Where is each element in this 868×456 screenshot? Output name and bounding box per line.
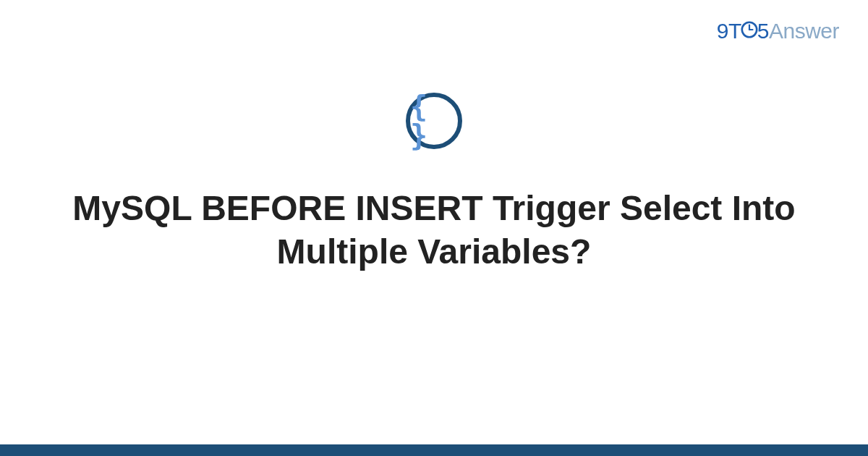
logo-part-9: 9 xyxy=(717,19,728,43)
logo-part-5: 5 xyxy=(757,19,769,43)
hero-block: { } MySQL BEFORE INSERT Trigger Select I… xyxy=(0,93,868,274)
question-title: MySQL BEFORE INSERT Trigger Select Into … xyxy=(72,187,796,274)
logo-part-answer: Answer xyxy=(769,19,839,43)
code-braces-icon: { } xyxy=(410,92,458,150)
footer-accent-bar xyxy=(0,444,868,456)
logo-part-t: T xyxy=(728,19,741,43)
logo-clock-o-icon xyxy=(741,21,757,38)
site-logo: 9T 5Answer xyxy=(717,19,839,43)
category-badge: { } xyxy=(406,93,462,149)
